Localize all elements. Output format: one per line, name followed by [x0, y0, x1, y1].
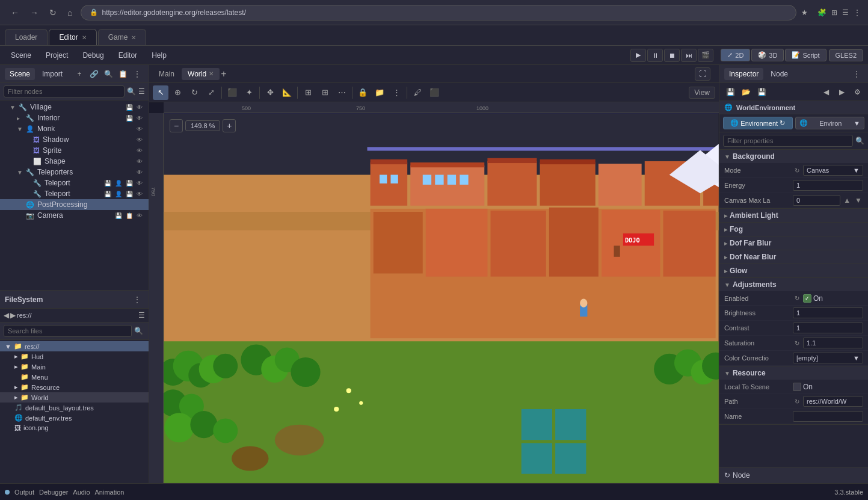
viewport-canvas[interactable]: 500 750 1000 750 − 149.8 % + [149, 102, 719, 483]
lts-checkbox[interactable] [793, 383, 801, 391]
energy-input[interactable] [793, 180, 863, 191]
saturation-reset-btn[interactable]: ↻ [793, 339, 801, 347]
vp-tab-world[interactable]: World ✕ [182, 68, 220, 80]
tool-scale[interactable]: ⤢ [203, 85, 219, 100]
view-3d-button[interactable]: 🎲 3D [751, 49, 784, 61]
tab-import[interactable]: Import [37, 68, 67, 80]
interior-vis-btn[interactable]: 👁 [135, 114, 144, 122]
tool-snap[interactable]: ⊞ [300, 85, 316, 100]
fs-item-bus[interactable]: 🎵 default_bus_layout.tres [0, 403, 149, 413]
tab-editor[interactable]: Editor ✕ [49, 29, 96, 45]
insp-more-btn[interactable]: ⋮ [850, 67, 863, 81]
fs-item-hud[interactable]: ▸ 📁 Hud [0, 351, 149, 362]
cc-dropdown[interactable]: [empty] ▼ [793, 353, 863, 363]
tree-node-teleport2[interactable]: ▸ 🔧 Teleport 💾 👤 💾 👁 [0, 188, 149, 199]
play-button[interactable]: ▶ [630, 49, 646, 62]
search-node-button[interactable]: 🔍 [102, 67, 115, 81]
insp-back-btn[interactable]: ◀ [819, 85, 833, 99]
insp-save-btn[interactable]: 💾 [754, 85, 769, 99]
zoom-out-btn[interactable]: − [170, 119, 183, 132]
tool-bone[interactable]: 🖊 [410, 85, 425, 100]
tool-rotate[interactable]: ↻ [186, 85, 202, 100]
tool-more[interactable]: ⋮ [389, 85, 404, 100]
name-input[interactable] [793, 411, 863, 422]
view-script-button[interactable]: 📝 Script [785, 49, 826, 61]
extension-icon[interactable]: 🧩 [817, 8, 826, 17]
cam-s1[interactable]: 💾 [114, 212, 123, 220]
tree-node-camera[interactable]: ▸ 📷 Camera 💾 📋 👁 [0, 210, 149, 221]
tab-game[interactable]: Game ✕ [98, 29, 147, 45]
pause-button[interactable]: ⏸ [647, 49, 663, 62]
tab-scene[interactable]: Scene [5, 68, 35, 80]
status-audio[interactable]: Audio [73, 489, 90, 496]
add-node-button[interactable]: + [73, 67, 86, 81]
zoom-in-btn[interactable]: + [223, 119, 236, 132]
filter-button[interactable]: 📋 [116, 67, 129, 81]
tool-lock[interactable]: 🔒 [355, 85, 371, 100]
section-background-header[interactable]: ▼ Background [719, 150, 868, 163]
t2-s2[interactable]: 👤 [114, 190, 123, 198]
tabs-icon[interactable]: ⊞ [831, 8, 837, 17]
saturation-input[interactable] [803, 338, 863, 348]
stop-button[interactable]: ⏹ [664, 49, 680, 62]
menu-project[interactable]: Project [40, 49, 74, 62]
more-button[interactable]: ⋮ [131, 67, 144, 81]
tree-node-monk[interactable]: ▼ 👤 Monk 👁 [0, 123, 149, 134]
vp-tab-main[interactable]: Main [153, 68, 180, 80]
t1-s2[interactable]: 👤 [114, 179, 123, 187]
fs-item-resource[interactable]: ▸ 📁 Resource [0, 382, 149, 392]
properties-filter-btn[interactable]: 🔍 [855, 137, 864, 145]
cam-vis[interactable]: 👁 [135, 212, 144, 220]
t2-s3[interactable]: 💾 [125, 190, 134, 198]
tab-editor-close[interactable]: ✕ [82, 34, 87, 41]
fs-forward-btn[interactable]: ▶ [10, 311, 16, 319]
tree-node-teleporters[interactable]: ▼ 🔧 Teleporters 👁 [0, 167, 149, 177]
tree-node-sprite[interactable]: ▸ 🖼 Sprite 👁 [0, 145, 149, 156]
brightness-input[interactable] [793, 307, 863, 318]
fs-more-btn[interactable]: ⋮ [131, 293, 144, 306]
fs-search-btn[interactable]: 🔍 [132, 324, 145, 338]
tool-rect-select[interactable]: ⬛ [224, 85, 240, 100]
menu-icon[interactable]: ⋮ [854, 8, 861, 17]
path-icon-btn[interactable]: ↻ [793, 398, 801, 406]
insp-forward-btn[interactable]: ▶ [834, 85, 849, 99]
canvas-max-input[interactable] [793, 195, 840, 206]
tool-ruler[interactable]: 📐 [279, 85, 295, 100]
fs-item-res[interactable]: ▼ 📁 res:// [0, 341, 149, 351]
home-button[interactable]: ⌂ [64, 5, 76, 20]
fs-item-menu[interactable]: ▸ 📁 Menu [0, 372, 149, 382]
sprite-vis-btn[interactable]: 👁 [135, 147, 144, 155]
tool-options[interactable]: ⋯ [334, 85, 349, 100]
tool-rotate2[interactable]: ✦ [241, 85, 257, 100]
tree-node-village[interactable]: ▼ 🔧 Village 💾 👁 [0, 102, 149, 113]
shape-vis-btn[interactable]: 👁 [135, 158, 144, 165]
fs-item-env[interactable]: 🌐 default_env.tres [0, 413, 149, 423]
status-debugger[interactable]: Debugger [39, 489, 68, 496]
environment-dropdown[interactable]: 🌐 Environ ▼ [795, 117, 865, 129]
tool-group[interactable]: 📁 [372, 85, 387, 100]
section-dof-near-header[interactable]: ▸ Dof Near Blur [719, 250, 868, 264]
t1-s3[interactable]: 💾 [125, 179, 134, 187]
village-vis-btn[interactable]: 👁 [135, 103, 144, 111]
mode-reset-btn[interactable]: ↻ [793, 167, 801, 174]
tree-node-interior[interactable]: ▸ 🔧 Interior 💾 👁 [0, 113, 149, 123]
insp-settings-btn[interactable]: ⚙ [850, 85, 864, 99]
tool-move[interactable]: ⊕ [170, 85, 185, 100]
tab-loader[interactable]: Loader [5, 29, 48, 45]
insp-open-btn[interactable]: 📂 [739, 85, 753, 99]
section-adjustments-header[interactable]: ▼ Adjustments [719, 278, 868, 291]
section-ambient-header[interactable]: ▸ Ambient Light [719, 209, 868, 222]
mode-dropdown[interactable]: Canvas ▼ [803, 165, 863, 176]
reload-button[interactable]: ↻ [46, 5, 60, 20]
insp-tab-node[interactable]: Node [766, 68, 793, 80]
sidebar-icon[interactable]: ☰ [842, 8, 849, 17]
tree-node-shadow[interactable]: ▸ 🖼 Shadow 👁 [0, 134, 149, 145]
vp-world-close[interactable]: ✕ [209, 70, 214, 77]
canvas-max-down[interactable]: ▼ [854, 196, 863, 205]
tool-select[interactable]: ↖ [153, 85, 168, 100]
view-menu-button[interactable]: View [689, 87, 715, 99]
menu-help[interactable]: Help [146, 49, 173, 62]
canvas-max-up[interactable]: ▲ [842, 196, 852, 205]
cam-s2[interactable]: 📋 [125, 212, 134, 220]
game-world[interactable]: DOJO [164, 113, 719, 483]
